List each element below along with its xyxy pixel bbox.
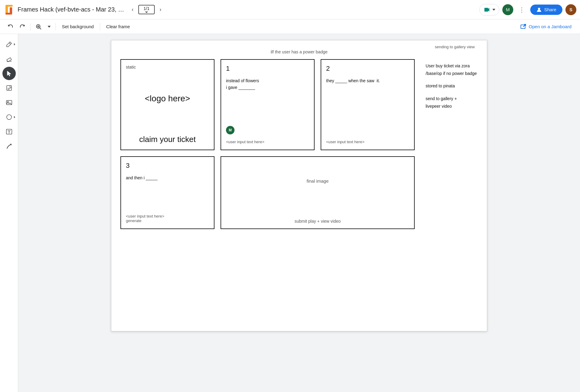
slide-counter-text: 1/1: [143, 6, 149, 11]
laser-tool-button[interactable]: [2, 140, 16, 153]
open-jamboard-button[interactable]: Open on a Jamboard: [517, 22, 575, 32]
annotation-center: ilf the user has a power badge: [120, 49, 478, 54]
svg-point-5: [538, 8, 540, 10]
card-2-number: 2: [326, 65, 409, 73]
shape-icon: [6, 114, 12, 120]
card-2-prompt: they _____ when the saw it.: [326, 77, 409, 84]
right-note-2: stored to pinata: [426, 82, 478, 90]
annotation-top-right: sending to gallery view: [435, 45, 475, 49]
set-background-button[interactable]: Set background: [58, 22, 97, 31]
share-button[interactable]: Share: [530, 5, 562, 15]
svg-rect-3: [10, 7, 12, 15]
undo-button[interactable]: [5, 22, 16, 32]
card-3-number: 3: [126, 162, 209, 170]
card-1-user-input: <user input text here>: [226, 140, 264, 144]
image-tool-button[interactable]: [2, 96, 16, 109]
select-icon: [6, 70, 12, 77]
svg-line-12: [9, 43, 11, 44]
canvas-area: sending to gallery view ilf the user has…: [18, 34, 580, 392]
card-logo-text: <logo here>: [121, 94, 214, 103]
card-3-user-input: <user input text here>generate: [126, 214, 164, 223]
card-cta-text: claim your ticket: [121, 135, 214, 144]
redo-icon: [19, 24, 25, 30]
toolbar-divider-1: [30, 23, 31, 30]
sticky-note-tool-button[interactable]: [2, 81, 16, 95]
select-tool-button[interactable]: [2, 67, 16, 80]
svg-point-20: [7, 115, 12, 120]
svg-line-7: [40, 28, 41, 29]
card-2-user-input: <user input text here>: [326, 140, 364, 144]
meet-dropdown-icon: [492, 9, 495, 11]
app-logo: [4, 4, 15, 15]
top-nav: Frames Hack (vef-bvte-acs - Mar 23, 20..…: [0, 0, 580, 19]
toolbar: Set background Clear frame Open on a Jam…: [0, 19, 580, 34]
card-1: 1 instead of flowersi gave _______ M <us…: [221, 59, 315, 150]
logo-icon: [4, 5, 14, 15]
pen-arrow-icon: [14, 43, 15, 46]
eraser-tool-button[interactable]: [2, 52, 16, 66]
doc-title: Frames Hack (vef-bvte-acs - Mar 23, 20..…: [18, 6, 127, 13]
right-note-3: send to gallery +livepeer video: [426, 95, 478, 110]
pen-tool-button[interactable]: [2, 38, 16, 51]
redo-button[interactable]: [17, 22, 28, 32]
more-options-button[interactable]: ⋮: [516, 4, 527, 16]
card-3-prompt: and then i _____: [126, 174, 209, 181]
card-1-avatar: M: [226, 126, 234, 134]
card-static: static <logo here> claim your ticket: [120, 59, 214, 150]
pen-icon: [6, 41, 12, 48]
card-1-prompt: instead of flowersi gave _______: [226, 77, 309, 91]
undo-icon: [7, 24, 13, 30]
main-area: sending to gallery view ilf the user has…: [0, 34, 580, 392]
zoom-dropdown-icon: [48, 26, 51, 28]
laser-icon: [6, 143, 12, 150]
toolbar-divider-3: [100, 23, 100, 30]
card-static-label: static: [126, 65, 209, 69]
slide-counter: 1/1: [138, 5, 155, 14]
canvas-frame: sending to gallery view ilf the user has…: [111, 40, 487, 331]
right-notes-area: User buy ticket via zora /base/op if no …: [421, 59, 478, 229]
card-2: 2 they _____ when the saw it. <user inpu…: [321, 59, 415, 150]
next-slide-button[interactable]: ›: [158, 5, 163, 15]
meet-icon: [483, 6, 491, 13]
avatar-s[interactable]: S: [565, 4, 576, 15]
side-toolbar: [0, 34, 18, 392]
zoom-icon: [35, 24, 42, 30]
card-1-number: 1: [226, 65, 309, 73]
shape-tool-button[interactable]: [2, 110, 16, 124]
toolbar-divider-2: [56, 23, 56, 30]
image-icon: [6, 99, 12, 106]
shape-arrow-icon: [14, 116, 15, 118]
card-final-label: final image: [226, 162, 409, 184]
google-meet-button[interactable]: [479, 4, 499, 15]
text-tool-button[interactable]: [2, 125, 16, 138]
slide-counter-dropdown-icon: [145, 12, 148, 13]
zoom-dropdown-button[interactable]: [45, 24, 53, 29]
avatar-mi[interactable]: M: [502, 4, 513, 15]
zoom-button[interactable]: [33, 22, 44, 32]
text-icon: [6, 128, 12, 135]
open-jamboard-icon: [520, 24, 526, 30]
card-final: final image submit play + view video: [221, 156, 415, 229]
sticky-note-icon: [6, 85, 12, 91]
right-note-1: User buy ticket via zora /base/op if no …: [426, 62, 478, 77]
prev-slide-button[interactable]: ‹: [130, 5, 135, 15]
share-icon: [536, 7, 542, 12]
card-final-submit: submit play + view video: [221, 219, 414, 224]
eraser-icon: [6, 56, 12, 62]
card-3: 3 and then i _____ <user input text here…: [120, 156, 214, 229]
clear-frame-button[interactable]: Clear frame: [103, 22, 133, 31]
